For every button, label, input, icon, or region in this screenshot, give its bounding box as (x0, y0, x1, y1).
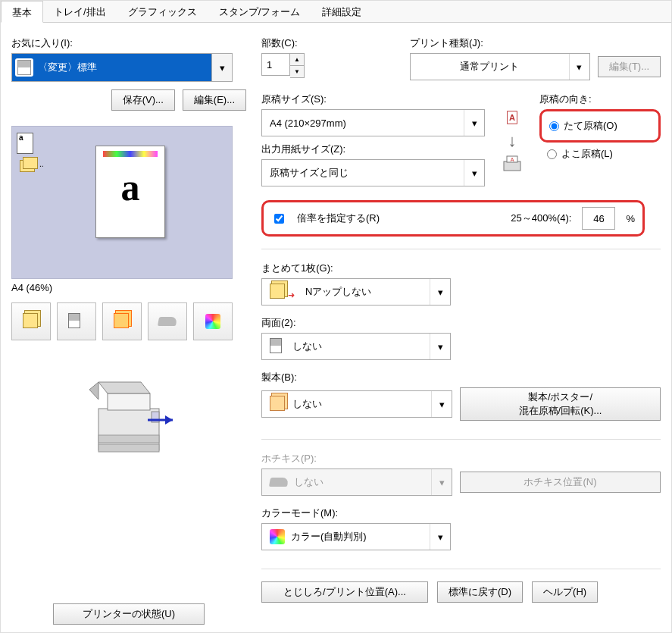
svg-rect-11 (504, 161, 520, 171)
orientation-portrait-label: たて原稿(O) (564, 119, 617, 133)
copies-label: 部数(C): (261, 37, 298, 49)
orientation-label: 原稿の向き: (539, 93, 592, 105)
zoom-checkbox[interactable] (274, 214, 284, 224)
tab-tray[interactable]: トレイ/排出 (43, 1, 117, 22)
svg-marker-5 (89, 382, 98, 400)
print-type-select[interactable]: 通常プリント ▾ (410, 53, 590, 80)
duplex-select[interactable]: しない ▾ (261, 333, 451, 360)
printer-small-icon: A (501, 154, 524, 177)
nup-value: Nアップしない (305, 285, 371, 299)
help-button[interactable]: ヘルプ(H) (532, 581, 598, 603)
page-source-icon: A (504, 109, 520, 128)
chevron-down-icon[interactable]: ▾ (464, 110, 484, 136)
pages-icon (270, 396, 286, 412)
preview-page: a (95, 146, 165, 238)
favorites-selected: 〈変更〉標準 (38, 61, 97, 74)
tool-nup-icon[interactable] (11, 302, 51, 340)
stapler-icon (269, 478, 289, 487)
document-icon (15, 58, 33, 77)
orientation-landscape-radio[interactable] (547, 149, 557, 159)
chevron-down-icon[interactable]: ▾ (430, 279, 450, 305)
copies-up-button[interactable]: ▲ (290, 54, 304, 66)
chevron-down-icon[interactable]: ▾ (211, 54, 232, 81)
duplex-value: しない (292, 340, 322, 353)
svg-text:A: A (509, 113, 515, 122)
arrow-right-icon: ➜ (288, 290, 295, 300)
color-mode-label: カラーモード(M): (261, 506, 451, 520)
nup-select[interactable]: ➜Nアップしない ▾ (261, 278, 451, 306)
booklet-value: しない (292, 397, 322, 411)
tool-color-icon[interactable] (193, 302, 233, 340)
output-size-label: 出力用紙サイズ(Z): (261, 143, 485, 156)
orientation-landscape-label: よこ原稿(L) (561, 147, 613, 161)
booklet-poster-button[interactable]: 製本/ポスター/ 混在原稿/回転(K)... (460, 387, 661, 421)
booklet-label: 製本(B): (261, 371, 661, 384)
tool-booklet-icon[interactable] (102, 302, 142, 340)
color-mode-value: カラー(自動判別) (291, 530, 367, 544)
preview-dots: .. (39, 160, 44, 168)
tab-bar: 基本 トレイ/排出 グラフィックス スタンプ/フォーム 詳細設定 (1, 1, 671, 23)
svg-rect-2 (98, 444, 159, 452)
pages-icon (270, 284, 286, 300)
preview-toolbar (11, 302, 246, 340)
staple-value: しない (294, 475, 323, 489)
preview-mini-page-icon: a (17, 133, 33, 154)
zoom-unit: % (626, 213, 635, 224)
doc-size-value: A4 (210×297mm) (270, 118, 346, 129)
svg-rect-1 (98, 435, 159, 443)
orientation-portrait-radio[interactable] (549, 121, 559, 131)
favorites-label: お気に入り(I): (11, 36, 246, 50)
favorites-edit-button[interactable]: 編集(E)... (183, 89, 246, 111)
print-type-label: プリント種類(J): (410, 37, 483, 49)
zoom-input[interactable] (582, 207, 615, 230)
doc-size-select[interactable]: A4 (210×297mm) ▾ (261, 109, 485, 136)
printer-status-button[interactable]: プリンターの状態(U) (53, 603, 205, 625)
output-size-value: 原稿サイズと同じ (270, 166, 349, 180)
favorites-combo[interactable]: 〈変更〉標準 ▾ (11, 53, 233, 82)
print-type-value: 通常プリント (460, 60, 519, 74)
tab-stamp[interactable]: スタンプ/フォーム (208, 1, 312, 22)
zoom-checkbox-label: 倍率を指定する(R) (297, 212, 380, 225)
chevron-down-icon[interactable]: ▾ (430, 524, 450, 550)
doc-size-label: 原稿サイズ(S): (261, 92, 485, 106)
copies-input[interactable] (261, 53, 290, 76)
chevron-down-icon[interactable]: ▾ (569, 54, 589, 80)
preview-caption: A4 (46%) (11, 282, 246, 293)
print-type-edit-button: 編集(T)... (598, 56, 661, 77)
document-icon (270, 338, 286, 355)
tab-basic[interactable]: 基本 (1, 1, 43, 23)
separator (261, 439, 661, 440)
svg-marker-4 (98, 382, 150, 393)
tool-doc-icon[interactable] (57, 302, 96, 340)
restore-defaults-button[interactable]: 標準に戻す(D) (437, 581, 523, 603)
favorites-save-button[interactable]: 保存(V)... (111, 89, 175, 111)
arrow-down-icon: ↓ (508, 131, 517, 151)
staple-position-button: ホチキス位置(N) (460, 472, 661, 493)
separator (261, 249, 661, 249)
printer-illustration (76, 363, 182, 472)
nup-label: まとめて1枚(G): (261, 262, 451, 275)
svg-marker-8 (165, 415, 173, 425)
staple-select: しない ▾ (261, 468, 452, 496)
svg-text:A: A (511, 157, 514, 162)
copies-down-button[interactable]: ▼ (290, 66, 304, 77)
preview-pane: a .. a (11, 126, 233, 279)
rainbow-icon (270, 529, 285, 544)
output-size-select[interactable]: 原稿サイズと同じ ▾ (261, 159, 485, 186)
booklet-select[interactable]: しない ▾ (261, 390, 452, 418)
tool-stapler-icon[interactable] (148, 302, 187, 340)
chevron-down-icon[interactable]: ▾ (430, 334, 450, 359)
svg-rect-3 (108, 393, 150, 410)
margin-position-button[interactable]: とじしろ/プリント位置(A)... (261, 581, 428, 603)
chevron-down-icon: ▾ (431, 469, 452, 495)
tab-graphics[interactable]: グラフィックス (117, 1, 208, 22)
chevron-down-icon[interactable]: ▾ (464, 160, 484, 186)
color-mode-select[interactable]: カラー(自動判別) ▾ (261, 523, 451, 550)
duplex-label: 両面(2): (261, 316, 451, 330)
chevron-down-icon[interactable]: ▾ (431, 391, 452, 417)
separator (261, 569, 661, 569)
zoom-range-label: 25～400%(4): (511, 212, 571, 225)
tab-advanced[interactable]: 詳細設定 (311, 1, 373, 22)
preview-pages-icon (20, 157, 38, 171)
staple-label: ホチキス(P): (261, 452, 661, 465)
